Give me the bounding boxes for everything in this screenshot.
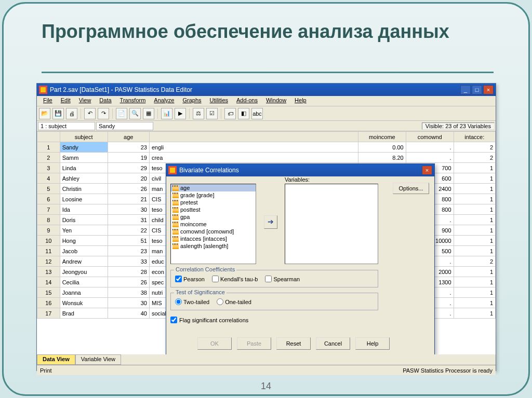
row-header[interactable]: 6	[37, 194, 60, 204]
var-list-item[interactable]: gpa	[171, 213, 256, 221]
variable-view-tab[interactable]: Variable View	[75, 354, 121, 365]
col-subject[interactable]: subject	[60, 132, 108, 142]
cell-age[interactable]: 40	[108, 308, 149, 319]
row-header[interactable]: 4	[37, 173, 60, 184]
tb-open-icon[interactable]: 📂	[39, 108, 50, 119]
move-right-button[interactable]: ➔	[264, 215, 277, 229]
cell-age[interactable]: 23	[108, 246, 149, 256]
menu-addons[interactable]: Add-ons	[232, 96, 262, 106]
var-list-item[interactable]: intacces [intacces]	[171, 235, 256, 242]
maximize-button[interactable]: □	[472, 85, 482, 94]
cell-subject[interactable]: Ida	[60, 204, 108, 215]
row-header[interactable]: 2	[37, 153, 60, 163]
var-list-item[interactable]: posttest	[171, 206, 256, 213]
cell-comownd[interactable]: .	[406, 153, 454, 163]
tb-chart-icon[interactable]: 📊	[161, 108, 172, 119]
cell-moincome[interactable]: 8.20	[358, 153, 406, 163]
ok-button[interactable]: OK	[197, 337, 232, 350]
cell-subject[interactable]: Wonsuk	[60, 298, 108, 308]
cell-intacce[interactable]: 1	[454, 236, 495, 246]
row-header[interactable]: 7	[37, 204, 60, 215]
var-list-item[interactable]: age	[171, 184, 256, 191]
cell-subject[interactable]: Joanna	[60, 287, 108, 298]
help-button[interactable]: Help	[355, 337, 390, 350]
cell-prog[interactable]: engli	[149, 142, 358, 153]
tb-redo-icon[interactable]: ↷	[98, 108, 109, 119]
target-var-list[interactable]	[285, 184, 378, 264]
cell-value-input[interactable]: Sandy	[96, 122, 153, 130]
cell-prog[interactable]: crea	[149, 153, 358, 163]
row-header[interactable]: 11	[37, 246, 60, 256]
var-list-item[interactable]: grade [grade]	[171, 191, 256, 199]
tb-vars-icon[interactable]: ▦	[143, 108, 154, 119]
row-header[interactable]: 15	[37, 287, 60, 298]
dialog-title-bar[interactable]: Bivariate Correlations ×	[166, 164, 434, 176]
row-header[interactable]: 16	[37, 298, 60, 308]
row-header[interactable]: 17	[37, 308, 60, 319]
cell-subject[interactable]: Loosine	[60, 194, 108, 204]
tb-abc-icon[interactable]: abc	[251, 108, 263, 119]
spearman-checkbox[interactable]: Spearman	[265, 276, 300, 282]
row-header[interactable]: 13	[37, 267, 60, 277]
cell-subject[interactable]: Yen	[60, 225, 108, 236]
cell-subject[interactable]: Andrew	[60, 256, 108, 267]
menu-help[interactable]: Help	[290, 96, 311, 106]
cell-intacce[interactable]: 2	[454, 153, 495, 163]
cell-intacce[interactable]: 1	[454, 246, 495, 256]
cell-intacce[interactable]: 1	[454, 287, 495, 298]
cell-age[interactable]: 23	[108, 142, 149, 153]
cell-age[interactable]: 26	[108, 184, 149, 194]
cell-age[interactable]: 28	[108, 267, 149, 277]
col-comownd[interactable]: comownd	[406, 132, 454, 142]
row-header[interactable]: 5	[37, 184, 60, 194]
cell-subject[interactable]: Hong	[60, 236, 108, 246]
var-list-item[interactable]: aslength [aslength]	[171, 242, 256, 250]
menu-transform[interactable]: Transform	[116, 96, 150, 106]
tb-sets-icon[interactable]: ◧	[238, 108, 249, 119]
row-header[interactable]: 14	[37, 277, 60, 287]
var-list-item[interactable]: comownd [comownd]	[171, 228, 256, 235]
source-var-list[interactable]: agegrade [grade]pretestposttestgpamoinco…	[170, 184, 256, 264]
col-age[interactable]: age	[108, 132, 149, 142]
cell-age[interactable]: 33	[108, 256, 149, 267]
cell-age[interactable]: 51	[108, 236, 149, 246]
menu-data[interactable]: Data	[95, 96, 115, 106]
tb-print-icon[interactable]: 🖨	[66, 108, 77, 119]
tb-goto-icon[interactable]: 📄	[116, 108, 127, 119]
var-list-item[interactable]: pretest	[171, 199, 256, 206]
col-moincome[interactable]: moincome	[358, 132, 406, 142]
cell-intacce[interactable]: 1	[454, 267, 495, 277]
cell-subject[interactable]: Cecilia	[60, 277, 108, 287]
cell-intacce[interactable]: 1	[454, 204, 495, 215]
cell-age[interactable]: 26	[108, 277, 149, 287]
menu-analyze[interactable]: Analyze	[150, 96, 178, 106]
paste-button[interactable]: Paste	[237, 337, 271, 350]
table-row[interactable]: 1Sandy23engli0.00.2	[37, 142, 496, 153]
cell-age[interactable]: 30	[108, 298, 149, 308]
cell-age[interactable]: 21	[108, 194, 149, 204]
data-view-tab[interactable]: Data View	[37, 354, 75, 365]
col-intacce[interactable]: intacce:	[454, 132, 495, 142]
data-grid[interactable]: subject age moincome comownd intacce: 1S…	[37, 131, 496, 354]
cell-intacce[interactable]: 1	[454, 194, 495, 204]
cell-age[interactable]: 19	[108, 153, 149, 163]
pearson-checkbox[interactable]: Pearson	[175, 276, 205, 282]
row-header[interactable]: 9	[37, 225, 60, 236]
tb-weight-icon[interactable]: ⚖	[193, 108, 204, 119]
two-tailed-radio[interactable]: Two-tailed	[175, 298, 209, 305]
tb-save-icon[interactable]: 💾	[52, 108, 64, 119]
close-button[interactable]: ×	[483, 85, 494, 94]
cell-subject[interactable]: Jeongyou	[60, 267, 108, 277]
cell-subject[interactable]: Linda	[60, 163, 108, 173]
menu-graphs[interactable]: Graphs	[178, 96, 205, 106]
cell-intacce[interactable]: 1	[454, 277, 495, 287]
menu-window[interactable]: Window	[262, 96, 290, 106]
reset-button[interactable]: Reset	[276, 337, 311, 350]
menu-view[interactable]: View	[75, 96, 96, 106]
cell-intacce[interactable]: 1	[454, 308, 495, 319]
row-header[interactable]: 8	[37, 215, 60, 225]
cell-comownd[interactable]: .	[406, 142, 454, 153]
menu-file[interactable]: File	[39, 96, 57, 106]
row-header[interactable]: 1	[37, 142, 60, 153]
cell-moincome[interactable]: 0.00	[358, 142, 406, 153]
